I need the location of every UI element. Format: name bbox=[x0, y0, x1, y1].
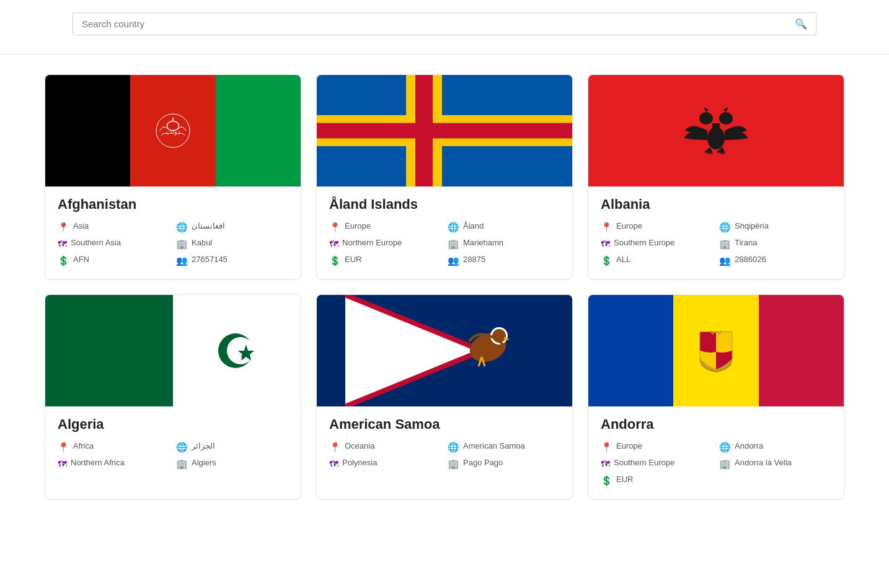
subregion-label: Southern Europe bbox=[614, 238, 674, 247]
continent-label: Africa bbox=[73, 441, 94, 450]
map-icon: 🗺 bbox=[329, 459, 338, 469]
flag-american-samoa bbox=[317, 295, 572, 406]
subregion-item: 🗺 Southern Asia bbox=[58, 238, 170, 250]
currency-item: 💲 EUR bbox=[601, 475, 713, 486]
building-icon: 🏢 bbox=[176, 239, 188, 250]
country-name: Algeria bbox=[58, 416, 288, 432]
native-label: Shqipëria bbox=[735, 221, 769, 230]
card-body-albania: Albania 📍 Europe 🌐 Shqipëria 🗺 Southern … bbox=[588, 186, 844, 279]
flag-andorra bbox=[588, 295, 844, 406]
continent-label: Europe bbox=[345, 221, 371, 230]
flag-afghanistan: دولت bbox=[45, 75, 301, 186]
capital-label: Kabul bbox=[192, 238, 212, 247]
building-icon: 🏢 bbox=[448, 239, 459, 250]
native-label: Åland bbox=[463, 221, 484, 230]
currency-icon: 💲 bbox=[601, 475, 613, 486]
map-icon: 🗺 bbox=[58, 239, 67, 249]
capital-label: Mariehamn bbox=[463, 238, 503, 247]
capital-item: 🏢 Tirana bbox=[719, 238, 831, 250]
card-body-andorra: Andorra 📍 Europe 🌐 Andorra 🗺 Southern Eu… bbox=[588, 406, 844, 499]
location-icon: 📍 bbox=[58, 442, 69, 453]
map-icon: 🗺 bbox=[601, 239, 610, 249]
flag-aland-islands bbox=[317, 75, 572, 186]
building-icon: 🏢 bbox=[719, 459, 731, 470]
card-andorra[interactable]: Andorra 📍 Europe 🌐 Andorra 🗺 Southern Eu… bbox=[588, 294, 844, 499]
card-aland-islands[interactable]: Åland Islands 📍 Europe 🌐 Åland 🗺 Norther… bbox=[316, 74, 573, 279]
people-icon: 👥 bbox=[719, 255, 731, 266]
subregion-item: 🗺 Polynesia bbox=[329, 458, 441, 470]
capital-label: Andorra la Vella bbox=[735, 458, 792, 467]
search-input[interactable] bbox=[82, 19, 795, 29]
currency-label: AFN bbox=[73, 255, 89, 264]
svg-rect-7 bbox=[712, 123, 720, 132]
currency-icon: 💲 bbox=[58, 255, 69, 266]
svg-point-6 bbox=[719, 112, 733, 125]
population-label: 28875 bbox=[463, 255, 485, 264]
subregion-item: 🗺 Northern Europe bbox=[329, 238, 441, 250]
search-icon: 🔍 bbox=[795, 18, 807, 30]
card-body-afghanistan: Afghanistan 📍 Asia 🌐 افغانستان 🗺 Souther… bbox=[45, 186, 301, 279]
currency-item: 💲 AFN bbox=[58, 255, 170, 266]
continent-item: 📍 Asia bbox=[58, 221, 170, 233]
map-icon: 🗺 bbox=[601, 459, 610, 469]
card-afghanistan[interactable]: دولت Afghanistan 📍 bbox=[45, 74, 301, 279]
country-name: Afghanistan bbox=[58, 196, 288, 213]
native-item: 🌐 الجزائر bbox=[176, 441, 288, 453]
card-body-aland: Åland Islands 📍 Europe 🌐 Åland 🗺 Norther… bbox=[317, 186, 572, 279]
flag-albania bbox=[588, 75, 844, 186]
continent-item: 📍 Africa bbox=[58, 441, 170, 453]
location-icon: 📍 bbox=[601, 442, 613, 453]
capital-label: Tirana bbox=[735, 238, 757, 247]
location-icon: 📍 bbox=[329, 442, 341, 453]
globe-icon: 🌐 bbox=[176, 222, 188, 233]
population-label: 27657145 bbox=[192, 255, 228, 264]
globe-icon: 🌐 bbox=[719, 222, 731, 233]
native-item: 🌐 Åland bbox=[448, 221, 560, 233]
subregion-label: Southern Asia bbox=[71, 238, 121, 247]
continent-item: 📍 Oceania bbox=[329, 441, 441, 453]
capital-item: 🏢 Mariehamn bbox=[448, 238, 560, 250]
building-icon: 🏢 bbox=[719, 239, 731, 250]
card-body-algeria: Algeria 📍 Africa 🌐 الجزائر 🗺 Northern Af… bbox=[45, 406, 301, 482]
native-label: الجزائر bbox=[192, 441, 215, 450]
capital-item: 🏢 Pago Pago bbox=[448, 458, 560, 470]
capital-label: Algiers bbox=[192, 458, 216, 467]
country-name: Åland Islands bbox=[329, 196, 560, 213]
population-item: 👥 2886026 bbox=[719, 255, 831, 266]
currency-item: 💲 ALL bbox=[601, 255, 713, 266]
people-icon: 👥 bbox=[176, 255, 188, 266]
capital-label: Pago Pago bbox=[463, 458, 503, 467]
continent-label: Oceania bbox=[345, 441, 374, 450]
subregion-label: Southern Europe bbox=[614, 458, 674, 467]
search-bar: 🔍 bbox=[73, 12, 816, 35]
subregion-item: 🗺 Southern Europe bbox=[601, 458, 713, 470]
continent-item: 📍 Europe bbox=[601, 441, 713, 453]
location-icon: 📍 bbox=[601, 222, 613, 233]
location-icon: 📍 bbox=[329, 222, 341, 233]
currency-label: EUR bbox=[345, 255, 361, 264]
currency-label: EUR bbox=[616, 475, 633, 484]
population-item: 👥 27657145 bbox=[176, 255, 288, 266]
globe-icon: 🌐 bbox=[176, 442, 188, 453]
card-american-samoa[interactable]: American Samoa 📍 Oceania 🌐 American Samo… bbox=[316, 294, 573, 499]
country-name: American Samoa bbox=[329, 416, 560, 432]
currency-item: 💲 EUR bbox=[329, 255, 441, 266]
country-name: Albania bbox=[601, 196, 831, 213]
capital-item: 🏢 Andorra la Vella bbox=[719, 458, 831, 470]
subregion-label: Northern Europe bbox=[342, 238, 402, 247]
globe-icon: 🌐 bbox=[448, 442, 459, 453]
capital-item: 🏢 Kabul bbox=[176, 238, 288, 250]
subregion-item: 🗺 Southern Europe bbox=[601, 238, 713, 250]
location-icon: 📍 bbox=[58, 222, 69, 233]
population-label: 2886026 bbox=[735, 255, 766, 264]
subregion-item: 🗺 Northern Africa bbox=[58, 458, 170, 470]
subregion-label: Northern Africa bbox=[71, 458, 125, 467]
globe-icon: 🌐 bbox=[448, 222, 459, 233]
native-label: افغانستان bbox=[192, 221, 225, 230]
map-icon: 🗺 bbox=[58, 459, 67, 469]
card-albania[interactable]: Albania 📍 Europe 🌐 Shqipëria 🗺 Southern … bbox=[588, 74, 844, 279]
continent-label: Europe bbox=[616, 441, 642, 450]
card-algeria[interactable]: Algeria 📍 Africa 🌐 الجزائر 🗺 Northern Af… bbox=[45, 294, 301, 499]
native-item: 🌐 Shqipëria bbox=[719, 221, 831, 233]
subregion-label: Polynesia bbox=[342, 458, 377, 467]
